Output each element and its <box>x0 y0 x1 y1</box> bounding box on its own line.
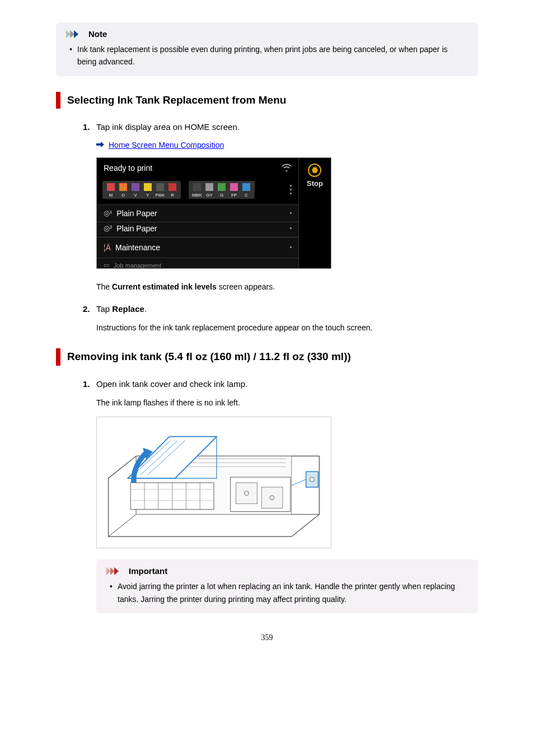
ink-group-right: MBKGYGFPC <box>189 181 255 199</box>
ink-label: PBK <box>156 193 165 198</box>
important-title: Important <box>129 566 167 576</box>
printer-illustration <box>96 417 331 548</box>
note-list: Ink tank replacement is possible even du… <box>66 43 468 68</box>
section-bar <box>56 348 60 366</box>
screen-main: Ready to print MOVYPBKR MBKGYGFPC <box>97 158 298 268</box>
roll-2-icon: ◎² <box>104 224 112 232</box>
section-title-2: Removing ink tank (5.4 fl oz (160 ml) / … <box>67 348 351 366</box>
ink-swatch <box>230 183 238 191</box>
roll-1-icon: ◎¹ <box>104 209 112 217</box>
step-1-2: 2. Tap Replace. Instructions for the ink… <box>83 303 478 334</box>
touchscreen-figure: Ready to print MOVYPBKR MBKGYGFPC <box>96 157 331 269</box>
step-text: Tap Replace. <box>96 303 147 316</box>
note-header: Note <box>66 29 468 39</box>
important-item: Avoid jarring the printer a lot when rep… <box>118 580 468 605</box>
ink-item-mbk: MBK <box>191 183 203 198</box>
note-title: Note <box>88 29 107 39</box>
status-text: Ready to print <box>104 164 152 172</box>
step-text: Open ink tank cover and check ink lamp. <box>96 378 247 391</box>
important-list: Avoid jarring the printer a lot when rep… <box>106 580 468 605</box>
ink-swatch <box>144 183 152 191</box>
step-body: Home Screen Menu Composition Ready to pr… <box>83 141 478 293</box>
paper-row-2: ◎² Plain Paper <box>97 222 298 237</box>
ink-item-g: G <box>216 183 227 198</box>
ink-swatch <box>218 183 226 191</box>
home-menu-link[interactable]: Home Screen Menu Composition <box>109 141 224 150</box>
ink-swatch <box>205 183 213 191</box>
ink-swatch <box>193 183 201 191</box>
section-heading-2: Removing ink tank (5.4 fl oz (160 ml) / … <box>56 348 478 366</box>
section-heading-1: Selecting Ink Tank Replacement from Menu <box>56 92 478 109</box>
ink-swatch <box>107 183 115 191</box>
note-callout: Note Ink tank replacement is possible ev… <box>56 22 478 76</box>
screen-lower: ◎¹ Plain Paper ◎² Plain Paper <box>97 205 298 268</box>
ink-item-m: M <box>105 183 116 198</box>
step-number: 2. <box>83 304 93 314</box>
ink-item-v: V <box>130 183 141 198</box>
screen-side-panel: Stop <box>298 158 331 268</box>
ink-label: MBK <box>192 193 202 198</box>
screen-status-bar: Ready to print <box>97 158 298 178</box>
ink-label: O <box>121 193 125 198</box>
arrow-right-icon <box>96 141 104 150</box>
ink-display-row: MOVYPBKR MBKGYGFPC <box>97 178 298 205</box>
ink-label: G <box>220 193 223 198</box>
job-icon: ▭ <box>104 262 109 268</box>
step-2-1: 1. Open ink tank cover and check ink lam… <box>83 378 478 613</box>
step-text: Tap ink display area on HOME screen. <box>96 121 240 134</box>
paper-2-label: Plain Paper <box>116 224 157 233</box>
printer-svg <box>97 417 331 548</box>
stop-button: Stop <box>305 158 325 193</box>
ink-swatch <box>168 183 176 191</box>
page-number: 359 <box>56 633 478 642</box>
ink-swatch <box>132 183 139 191</box>
ink-label: Y <box>146 193 149 198</box>
step-1-after: The Current estimated ink levels screen … <box>96 281 478 293</box>
job-label: Job management <box>114 262 161 268</box>
steps-section-1: 1. Tap ink display area on HOME screen. … <box>56 121 478 334</box>
ink-label: C <box>245 193 248 198</box>
important-header: Important <box>106 566 468 576</box>
svg-rect-2 <box>261 487 283 508</box>
ink-swatch <box>156 183 164 191</box>
job-row: ▭ Job management <box>97 258 298 268</box>
ink-label: M <box>109 193 113 198</box>
ink-label: FP <box>231 193 237 198</box>
step-body-text: The ink lamp flashes if there is no ink … <box>96 397 478 409</box>
ink-group-left: MOVYPBKR <box>102 181 181 199</box>
scroll-indicator <box>289 183 293 197</box>
step-number: 1. <box>83 379 93 389</box>
step-2-body: Instructions for the ink tank replacemen… <box>96 322 478 334</box>
ink-label: GY <box>206 193 213 198</box>
ink-item-r: R <box>167 183 178 198</box>
wifi-icon <box>282 164 292 173</box>
ink-swatch <box>242 183 250 191</box>
steps-section-2: 1. Open ink tank cover and check ink lam… <box>56 378 478 613</box>
link-row: Home Screen Menu Composition <box>96 141 478 150</box>
maintenance-label: Maintenance <box>115 243 160 252</box>
svg-rect-1 <box>236 483 257 504</box>
ink-item-pbk: PBK <box>154 183 166 198</box>
ink-label: V <box>134 193 137 198</box>
step-header: 1. Open ink tank cover and check ink lam… <box>83 378 478 391</box>
ink-swatch <box>119 183 127 191</box>
stop-icon <box>308 164 321 177</box>
ink-label: R <box>171 193 174 198</box>
step-body: The ink lamp flashes if there is no ink … <box>83 397 478 613</box>
ink-item-fp: FP <box>228 183 240 198</box>
paper-1-label: Plain Paper <box>116 209 157 218</box>
ink-item-o: O <box>118 183 129 198</box>
step-number: 1. <box>83 122 93 132</box>
chevron-important-icon <box>106 567 124 575</box>
chevron-note-icon <box>66 30 84 38</box>
section-bar <box>56 92 60 109</box>
ink-item-y: Y <box>142 183 153 198</box>
paper-row-1: ◎¹ Plain Paper <box>97 205 298 222</box>
maintenance-row: ¦Ä Maintenance <box>97 237 298 258</box>
step-header: 1. Tap ink display area on HOME screen. <box>83 121 478 134</box>
section-title-1: Selecting Ink Tank Replacement from Menu <box>67 92 286 109</box>
page-content: Note Ink tank replacement is possible ev… <box>0 22 534 642</box>
note-item: Ink tank replacement is possible even du… <box>77 43 468 68</box>
step-1-1: 1. Tap ink display area on HOME screen. … <box>83 121 478 293</box>
ink-item-gy: GY <box>204 183 215 198</box>
